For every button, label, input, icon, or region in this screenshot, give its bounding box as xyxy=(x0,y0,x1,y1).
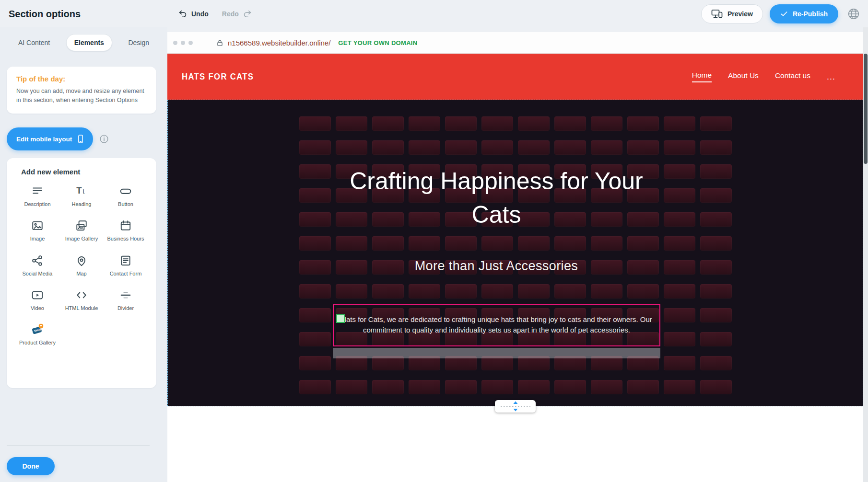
hero-tile xyxy=(664,236,695,251)
hero-tile xyxy=(700,308,732,322)
section-options-sidebar: AI Content Elements Design Tip of the da… xyxy=(0,27,167,482)
sidebar-divider xyxy=(7,445,150,446)
element-item-product-gallery[interactable]: SHOP Product Gallery xyxy=(15,323,59,346)
element-item-image[interactable]: Image xyxy=(15,219,59,242)
product-gallery-shop-icon: SHOP xyxy=(31,323,44,336)
divider-icon xyxy=(119,288,132,302)
hero-tile xyxy=(664,308,695,322)
hero-tile xyxy=(299,236,331,251)
element-item-label: Description xyxy=(24,201,50,207)
hero-section-selected[interactable]: Crafting Happiness for Your Cats More th… xyxy=(167,100,863,406)
undo-button[interactable]: Undo xyxy=(178,9,209,19)
hero-tile xyxy=(299,380,331,394)
element-item-divider[interactable]: Divider xyxy=(104,288,148,311)
hero-heading[interactable]: Crafting Happiness for Your Cats xyxy=(340,164,652,231)
hero-tile xyxy=(409,284,440,298)
hero-tile xyxy=(664,356,695,370)
done-button[interactable]: Done xyxy=(7,457,55,475)
hero-paragraph: Hats for Cats, we are dedicated to craft… xyxy=(334,305,659,335)
tab-design[interactable]: Design xyxy=(120,34,157,51)
hero-tile xyxy=(700,332,732,346)
element-placeholder-bar xyxy=(333,348,660,358)
hero-tile xyxy=(409,140,440,155)
window-dot xyxy=(188,41,193,45)
button-icon xyxy=(119,184,132,198)
add-element-title: Add new element xyxy=(7,168,156,183)
browser-chrome-bar: n1566589.websitebuilder.online/ GET YOUR… xyxy=(167,32,863,54)
hero-tile xyxy=(664,164,695,179)
hero-tile xyxy=(372,284,404,298)
element-item-business-hours[interactable]: Business Hours xyxy=(104,219,148,242)
hero-tile xyxy=(336,236,367,251)
hero-tile xyxy=(518,236,550,251)
element-item-video[interactable]: Video xyxy=(15,288,59,311)
hero-tile xyxy=(664,212,695,227)
undo-redo-group: Undo Redo xyxy=(178,0,252,27)
element-item-label: Contact Form xyxy=(110,270,142,277)
add-new-element-card: Add new element Description Tt Heading xyxy=(7,158,156,388)
hero-tile xyxy=(299,164,331,179)
element-item-contact-form[interactable]: Contact Form xyxy=(104,254,148,277)
hero-tile xyxy=(591,284,622,298)
hero-subheading[interactable]: More than Just Accessories xyxy=(340,259,652,274)
scrollbar-thumb[interactable] xyxy=(864,54,868,164)
hero-tile xyxy=(445,116,477,131)
redo-button[interactable]: Redo xyxy=(222,9,252,19)
section-resize-handle[interactable] xyxy=(495,400,536,413)
lock-icon xyxy=(216,39,224,47)
redo-icon xyxy=(242,9,252,19)
video-icon xyxy=(31,288,44,302)
tab-ai-content[interactable]: AI Content xyxy=(11,34,58,51)
element-item-map[interactable]: Map xyxy=(59,254,104,277)
hero-tile xyxy=(481,380,513,394)
nav-more-button[interactable]: ... xyxy=(827,72,835,82)
hero-tile xyxy=(372,116,404,131)
nav-item-contact[interactable]: Contact us xyxy=(775,71,810,82)
element-item-image-gallery[interactable]: Image Gallery xyxy=(59,219,104,242)
undo-label: Undo xyxy=(191,10,209,18)
element-item-description[interactable]: Description xyxy=(15,184,59,207)
hero-tile xyxy=(336,140,367,155)
hero-tile xyxy=(336,284,367,298)
hero-tile xyxy=(481,284,513,298)
hero-tile xyxy=(700,236,732,251)
hero-tile xyxy=(299,212,331,227)
devices-icon xyxy=(711,9,723,19)
hero-tile xyxy=(554,284,586,298)
element-item-button[interactable]: Button xyxy=(104,184,148,207)
hero-tile xyxy=(591,140,622,155)
hero-tile xyxy=(664,284,695,298)
nav-item-about[interactable]: About Us xyxy=(728,71,759,82)
site-nav: Home About Us Contact us ... xyxy=(692,71,835,82)
element-item-label: Business Hours xyxy=(107,235,144,242)
redo-label: Redo xyxy=(222,10,239,18)
republish-button[interactable]: Re-Publish xyxy=(770,4,838,23)
hero-tile xyxy=(518,380,550,394)
info-icon[interactable] xyxy=(99,134,109,144)
globe-icon xyxy=(847,7,860,21)
site-logo[interactable]: HATS FOR CATS xyxy=(182,71,254,82)
element-item-heading[interactable]: Tt Heading xyxy=(59,184,104,207)
element-item-html-module[interactable]: HTML Module xyxy=(59,288,104,311)
hero-tile xyxy=(445,236,477,251)
preview-label: Preview xyxy=(727,10,753,18)
nav-item-home[interactable]: Home xyxy=(692,71,712,82)
element-drag-handle[interactable] xyxy=(336,314,345,323)
hero-tile xyxy=(518,140,550,155)
hero-tile xyxy=(591,380,622,394)
element-item-social-media[interactable]: Social Media xyxy=(15,254,59,277)
element-item-label: Image xyxy=(30,235,45,242)
edit-mobile-layout-button[interactable]: Edit mobile layout xyxy=(7,127,93,150)
preview-button[interactable]: Preview xyxy=(701,4,763,23)
svg-text:T: T xyxy=(76,185,82,195)
tab-elements[interactable]: Elements xyxy=(66,34,112,51)
language-globe-button[interactable] xyxy=(845,5,862,23)
undo-icon xyxy=(178,9,188,19)
hero-tile xyxy=(372,236,404,251)
selected-text-element[interactable]: Hats for Cats, we are dedicated to craft… xyxy=(333,304,660,346)
get-your-own-domain-link[interactable]: GET YOUR OWN DOMAIN xyxy=(338,39,417,46)
element-item-label: Video xyxy=(31,305,44,311)
site-url: n1566589.websitebuilder.online/ xyxy=(228,39,330,47)
hero-tile xyxy=(299,140,331,155)
hero-tile xyxy=(299,332,331,346)
